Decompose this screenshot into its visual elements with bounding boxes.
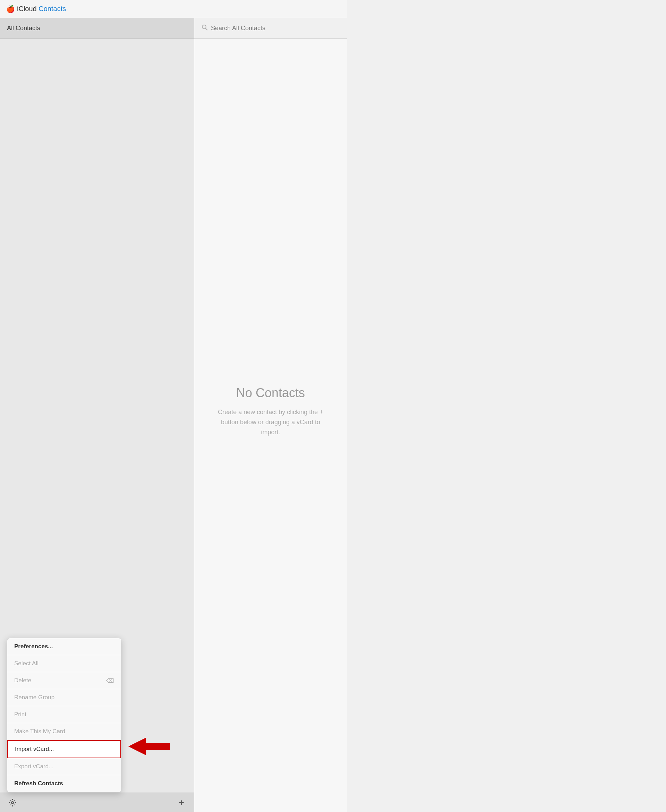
gear-button[interactable]	[7, 797, 18, 808]
menu-item-print[interactable]: Print	[7, 706, 121, 723]
menu-item-refresh-contacts-label: Refresh Contacts	[14, 780, 63, 787]
empty-state: No Contacts Create a new contact by clic…	[194, 39, 347, 812]
search-icon	[201, 24, 208, 33]
menu-item-delete[interactable]: Delete ⌫	[7, 672, 121, 689]
menu-triangle	[18, 792, 25, 792]
bottom-toolbar: +	[0, 792, 194, 812]
menu-item-export-vcard[interactable]: Export vCard...	[7, 758, 121, 775]
app-title-prefix: iCloud	[17, 5, 38, 13]
no-contacts-title: No Contacts	[236, 386, 305, 400]
menu-item-delete-label: Delete	[14, 677, 31, 684]
left-panel-header: All Contacts	[0, 18, 194, 39]
plus-icon: +	[179, 797, 184, 808]
top-bar: 🍎 iCloud Contacts	[0, 0, 347, 18]
svg-point-2	[202, 25, 206, 29]
context-menu: Preferences... Select All Delete ⌫ Renam…	[7, 638, 121, 792]
menu-item-rename-group[interactable]: Rename Group	[7, 689, 121, 706]
menu-item-make-my-card-label: Make This My Card	[14, 728, 65, 735]
gear-icon	[8, 799, 16, 807]
arrow-annotation	[125, 736, 173, 758]
menu-item-rename-group-label: Rename Group	[14, 694, 54, 701]
menu-item-refresh-contacts[interactable]: Refresh Contacts	[7, 775, 121, 792]
search-magnifier-icon	[201, 24, 208, 31]
menu-item-export-vcard-label: Export vCard...	[14, 763, 53, 770]
app-title: iCloud Contacts	[17, 5, 66, 13]
menu-item-select-all[interactable]: Select All	[7, 655, 121, 672]
left-panel-title: All Contacts	[7, 25, 40, 32]
menu-item-import-vcard-label: Import vCard...	[15, 746, 54, 753]
menu-item-preferences-label: Preferences...	[14, 643, 53, 650]
apple-logo-icon: 🍎	[6, 5, 15, 13]
menu-item-print-label: Print	[14, 711, 26, 718]
search-input[interactable]	[211, 25, 340, 32]
arrow-icon	[125, 736, 173, 757]
svg-point-1	[12, 802, 13, 804]
menu-item-select-all-label: Select All	[14, 660, 38, 667]
main-layout: All Contacts Preferences... Select All D…	[0, 18, 347, 812]
app-title-accent: Contacts	[38, 5, 66, 13]
search-bar	[194, 18, 347, 39]
svg-marker-0	[129, 738, 170, 755]
no-contacts-description: Create a new contact by clicking the + b…	[212, 407, 330, 437]
right-panel: No Contacts Create a new contact by clic…	[194, 18, 347, 812]
menu-item-preferences[interactable]: Preferences...	[7, 638, 121, 655]
menu-item-make-my-card[interactable]: Make This My Card	[7, 723, 121, 740]
add-contact-button[interactable]: +	[176, 797, 187, 808]
left-panel: All Contacts Preferences... Select All D…	[0, 18, 194, 812]
delete-keyboard-icon: ⌫	[106, 677, 114, 684]
menu-item-import-vcard[interactable]: Import vCard...	[7, 740, 121, 758]
svg-line-3	[206, 28, 208, 31]
